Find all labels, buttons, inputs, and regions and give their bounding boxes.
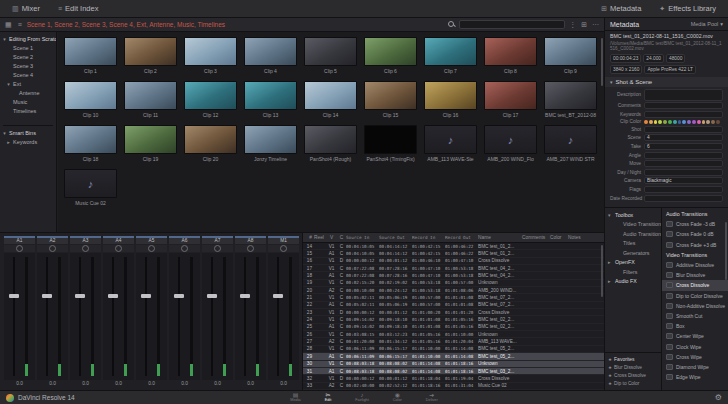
favorite-item[interactable]: ★ Dip to Color [605, 379, 661, 387]
media-clip[interactable]: Clip 15 [364, 81, 417, 118]
bin-item[interactable]: Scene 3 [0, 61, 56, 70]
column-header[interactable]: Record In [412, 235, 445, 240]
edit-index-row[interactable]: 22 A1 C 00:05:02:11 00:05:06:19 01:00:57… [303, 302, 604, 309]
pan-knob[interactable] [169, 245, 200, 252]
channel-label[interactable]: A2 [37, 236, 68, 244]
transition-item[interactable]: Audio Transitions [662, 209, 728, 219]
page-tab[interactable]: ▤ Media [290, 392, 300, 403]
bin-item[interactable]: Scene 1 [0, 43, 56, 52]
media-clip[interactable]: PanShot4 (TimingFix) [364, 125, 417, 162]
channel-label[interactable]: A4 [103, 236, 134, 244]
effects-nav-item[interactable]: Filters [605, 267, 661, 277]
media-clip[interactable]: AMB_200 WIND_Flo [484, 125, 537, 162]
metadata-field-input[interactable]: Blackmagic [644, 177, 723, 184]
transitions-scrollbar[interactable] [725, 222, 727, 280]
mixer-button[interactable]: ▥ Mixer [8, 0, 44, 17]
fader-handle[interactable] [42, 294, 52, 298]
edit-index-row[interactable]: 24 V1 C 00:09:14:02 00:09:18:10 01:01:01… [303, 316, 604, 323]
column-header[interactable]: V [326, 235, 337, 240]
transition-item[interactable]: Center Wipe [662, 331, 728, 341]
media-clip[interactable]: Clip 10 [64, 81, 117, 118]
media-clip[interactable]: Clip 18 [64, 125, 117, 162]
edit-index-row[interactable]: 14 V1 C 00:04:10:05 00:04:14:12 01:00:42… [303, 243, 604, 250]
edit-index-row[interactable]: 17 V1 C 00:07:22:08 00:07:28:16 01:00:47… [303, 265, 604, 272]
pan-knob[interactable] [136, 245, 167, 252]
column-header[interactable]: Name [478, 235, 522, 240]
media-clip[interactable]: Clip 19 [124, 125, 177, 162]
edit-index-row[interactable]: 19 V1 C 00:02:15:20 00:02:19:02 01:00:53… [303, 280, 604, 287]
media-clip[interactable]: Clip 5 [304, 37, 357, 74]
media-clip[interactable]: Clip 3 [184, 37, 237, 74]
media-clip[interactable]: Jonzy Timeline [244, 125, 297, 162]
page-tab[interactable]: ♪ Fairlight [355, 392, 369, 403]
clip-color-swatch[interactable] [682, 120, 686, 124]
fader-handle[interactable] [75, 294, 85, 298]
edit-index-row[interactable]: 33 A2 C 00:02:40:00 00:02:52:12 01:01:18… [303, 383, 604, 390]
media-clip[interactable]: Clip 6 [364, 37, 417, 74]
nav-disclosure-icon[interactable]: ▸ [608, 259, 613, 265]
effects-nav-item[interactable]: ▸ Audio FX [605, 277, 661, 287]
channel-label[interactable]: A6 [169, 236, 200, 244]
nav-disclosure-icon[interactable]: ▸ [608, 278, 613, 284]
clip-color-swatch[interactable] [697, 120, 701, 124]
transition-item[interactable]: Clock Wipe [662, 341, 728, 351]
edit-index-row[interactable]: 30 V1 C 00:08:03:18 00:08:08:02 01:01:14… [303, 361, 604, 368]
pan-knob[interactable] [235, 245, 266, 252]
clip-color-swatch[interactable] [706, 120, 710, 124]
sort-icon[interactable]: ⋮ [568, 18, 577, 32]
metadata-field-input[interactable] [644, 195, 723, 202]
clip-color-swatch[interactable] [658, 120, 662, 124]
transition-item[interactable]: Cross Fade +3 dB [662, 240, 728, 250]
transition-item[interactable]: Edge Wipe [662, 372, 728, 382]
pan-knob[interactable] [202, 245, 233, 252]
channel-label[interactable]: M1 [268, 236, 299, 244]
clip-area-scrollbar[interactable] [601, 38, 603, 86]
column-header[interactable]: Source In [346, 235, 379, 240]
clip-color-swatch[interactable] [644, 120, 648, 124]
more-options-icon[interactable]: ⋯ [591, 18, 600, 32]
edit-index-row[interactable]: 18 A1 C 00:07:22:08 00:07:28:16 01:00:47… [303, 272, 604, 279]
metadata-field-input[interactable]: 4 [644, 134, 723, 141]
clip-color-swatch[interactable] [678, 120, 682, 124]
metadata-field-input[interactable] [644, 152, 723, 159]
page-tab[interactable]: ➔ Deliver [426, 392, 438, 403]
favorite-item[interactable]: ★ Blur Dissolve [605, 363, 661, 371]
grid-options-icon[interactable]: ⊞ [580, 18, 588, 32]
transition-item[interactable]: Cross Fade -3 dB [662, 219, 728, 229]
media-clip[interactable]: Clip 12 [184, 81, 237, 118]
transition-item[interactable]: Cross Wipe [662, 352, 728, 362]
column-header[interactable]: Source Out [379, 235, 412, 240]
column-header[interactable]: Record Out [445, 235, 478, 240]
media-clip[interactable]: Clip 16 [424, 81, 477, 118]
clip-color-swatch[interactable] [654, 120, 658, 124]
media-clip[interactable]: Clip 17 [484, 81, 537, 118]
clip-color-swatch[interactable] [702, 120, 706, 124]
list-view-icon[interactable]: ≡ [17, 18, 23, 32]
transition-item[interactable]: Cross Dissolve [662, 280, 728, 290]
media-clip[interactable]: Clip 11 [124, 81, 177, 118]
transition-item[interactable]: Dip to Color Dissolve [662, 291, 728, 301]
effects-nav-item[interactable]: ▾ Toolbox [605, 210, 661, 220]
effects-nav-item[interactable]: Generators [605, 248, 661, 258]
media-clip[interactable]: Clip 13 [244, 81, 297, 118]
clip-color-swatch[interactable] [716, 120, 720, 124]
channel-label[interactable]: A8 [235, 236, 266, 244]
smart-bins-header[interactable]: ▾ Smart Bins [0, 128, 56, 137]
column-header[interactable]: Color [550, 235, 568, 240]
fader-handle[interactable] [9, 294, 19, 298]
favorite-item[interactable]: ★ Cross Dissolve [605, 371, 661, 379]
column-header[interactable]: Notes [568, 235, 604, 240]
clip-color-swatch[interactable] [668, 120, 672, 124]
media-clip[interactable]: Clip 8 [484, 37, 537, 74]
pan-knob[interactable] [70, 245, 101, 252]
bin-item[interactable]: Scene 4 [0, 70, 56, 79]
media-clip[interactable]: Clip 9 [544, 37, 597, 74]
pan-knob[interactable] [103, 245, 134, 252]
bin-item[interactable]: ▾ Editing From Scratch [0, 34, 56, 43]
channel-label[interactable]: A7 [202, 236, 233, 244]
edit-index-button[interactable]: ≡ Edit Index [54, 0, 102, 17]
column-header[interactable]: # [303, 235, 314, 240]
edit-index-row[interactable]: 25 A1 C 00:09:14:02 00:09:18:10 01:01:01… [303, 324, 604, 331]
media-clip[interactable]: AMB_207 WIND STR [544, 125, 597, 162]
page-tab[interactable]: ✂ Edit [325, 392, 332, 403]
